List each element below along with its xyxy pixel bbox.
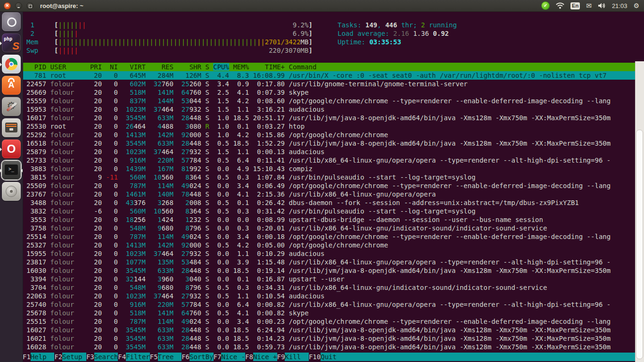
window-title: root@aspire: ~ [40,2,83,9]
launcher-item-phpstorm[interactable]: phpS [0,33,23,54]
process-row[interactable]: 16027 folour 20 0 3545M 633M 28448 S 0.0… [23,326,636,334]
wifi-icon[interactable] [556,2,564,9]
fkey-label-F2[interactable]: Setup [62,353,86,361]
top-panel: root@aspire: ~ ✓ En ✉ 21:03 ⚙ [0,0,644,12]
desktop: root@aspire: ~ ✓ En ✉ 21:03 ⚙ [0,0,644,362]
fkey-F7[interactable]: F7 [214,353,222,361]
launcher-item-settings[interactable]: ⚙ [0,96,23,117]
fkey-label-F3[interactable]: Search [94,353,118,361]
indicator-area: ✓ En ✉ 21:03 ⚙ [541,1,639,10]
window-controls [4,2,33,9]
process-row[interactable]: 3394 folour 20 0 32144 3960 3040 S 0.0 0… [23,275,636,283]
launcher-item-archive[interactable] [0,117,23,139]
software-center-icon: A [2,76,21,95]
mail-icon[interactable]: ✉ [586,2,592,9]
disks-icon [2,182,21,201]
ubuntu-dash-icon [2,12,21,31]
fkey-label-F8[interactable]: Nice + [253,353,277,361]
cpu1-meter: 1 [|||||||9.2%] [26,21,313,29]
running-indicator [0,63,2,66]
fkey-label-F1[interactable]: Help [31,353,55,361]
launcher-item-disks[interactable] [0,181,23,202]
process-row[interactable]: 23767 folour 20 0 1461M 140M 78448 S 0.0… [23,190,636,198]
phpstorm-icon: phpS [2,33,21,52]
close-button[interactable] [4,2,11,9]
process-row[interactable]: 23817 folour 20 0 1077M 135M 53484 S 0.0… [23,258,636,266]
process-row[interactable]: 25740 folour 20 0 916M 220M 57784 S 0.0 … [23,300,636,309]
process-row[interactable]: 22457 folour 20 0 602M 32760 25260 S 3.4… [23,80,636,88]
cpu2-meter: 2 [|||||6.9%] [26,29,313,38]
launcher-item-dash[interactable] [0,11,23,33]
fkey-F4[interactable]: F4 [118,353,126,361]
process-row[interactable]: 25678 folour 20 0 518M 141M 64760 S 0.5 … [23,309,636,317]
process-row[interactable]: 25879 folour 20 0 1023M 37464 27932 S 1.… [23,148,636,156]
launcher-item-usc[interactable]: A [0,75,23,96]
skype-online-icon[interactable]: ✓ [541,1,550,10]
session-gear-icon[interactable]: ⚙ [633,2,639,9]
htop-meters: 1 [|||||||9.2%] 2 [|||||6.9%]Mem [||||||… [26,21,313,55]
terminal-icon: >_ [2,161,21,180]
process-row[interactable]: 3883 folour 20 0 1439M 167M 81992 S 0.0 … [23,165,636,173]
fkey-label-F5[interactable]: Tree [158,353,182,361]
fkey-bar-filler [345,353,636,361]
maximize-button[interactable] [26,2,33,9]
process-row[interactable]: 16518 folour 20 0 3545M 633M 28448 S 0.5… [23,139,636,148]
process-row[interactable]: 3815 folour 9 -11 560M 10560 8364 S 0.5 … [23,173,636,181]
keyboard-layout-indicator[interactable]: En [570,2,580,9]
launcher-item-chrome[interactable] [0,54,23,75]
process-row[interactable]: 16028 folour 20 0 3545M 633M 28448 S 0.0… [23,343,636,351]
process-row[interactable]: 25509 folour 20 0 787M 114M 49024 S 0.0 … [23,181,636,190]
terminal-scrollbar[interactable] [635,61,644,362]
running-indicator [0,41,2,45]
fkey-F2[interactable]: F2 [54,353,62,361]
opera-icon: O [2,140,21,158]
htop-app: 1 [|||||||9.2%] 2 [|||||6.9%]Mem [||||||… [23,11,636,362]
chrome-icon [2,55,21,74]
clock[interactable]: 21:03 [612,2,627,9]
htop-stats: Tasks: 149, 446 thr; 2 runningLoad avera… [338,21,457,46]
fkey-label-F6[interactable]: SortBy [190,353,214,361]
process-table-header[interactable]: PID USER PRI NI VIRT RES SHR S CPU% MEM%… [23,63,636,71]
fkey-F9[interactable]: F9 [277,353,285,361]
process-row[interactable]: 3832 folour -6 0 560M 10560 8364 S 0.5 0… [23,207,636,215]
fkey-label-F7[interactable]: Nice - [221,353,245,361]
process-row[interactable]: 25515 folour 20 0 787M 114M 49024 S 0.0 … [23,317,636,326]
terminal-window: 1 [|||||||9.2%] 2 [|||||6.9%]Mem [||||||… [23,11,644,362]
fkey-label-F9[interactable]: Kill [285,353,309,361]
process-row[interactable]: 3758 folour 20 0 548M 9680 8796 S 0.0 0.… [23,224,636,232]
process-row[interactable]: 25530 root 20 0 26464 4488 3080 R 1.0 0.… [23,122,636,131]
launcher-item-terminal[interactable]: >_ [0,160,23,181]
fkey-F1[interactable]: F1 [23,353,31,361]
process-row[interactable]: 25292 folour 20 0 1413M 142M 92000 S 1.0… [23,131,636,139]
process-row[interactable]: 15955 folour 20 0 1023M 37464 27932 S 0.… [23,249,636,258]
focused-indicator [21,169,23,173]
tasks-line: Tasks: 149, 446 thr; 2 running [338,21,457,29]
process-row[interactable]: 25514 folour 20 0 787M 114M 49024 S 0.0 … [23,232,636,241]
fkey-label-F4[interactable]: Filter [126,353,150,361]
process-row[interactable]: 3704 folour 20 0 548M 9680 8796 S 0.5 0.… [23,283,636,292]
process-row[interactable]: 25327 folour 20 0 1413M 142M 92000 S 0.5… [23,241,636,249]
volume-icon[interactable] [598,2,606,9]
function-key-bar: F1Help F2Setup F3SearchF4FilterF5Tree F6… [23,353,636,361]
process-row[interactable]: 25559 folour 20 0 837M 144M 53044 S 1.5 … [23,97,636,105]
process-row[interactable]: 22063 folour 20 0 1023M 37464 27932 S 0.… [23,292,636,300]
process-row[interactable]: 25669 folour 20 0 518M 141M 64760 S 2.5 … [23,88,636,97]
fkey-F8[interactable]: F8 [245,353,253,361]
process-row[interactable]: 16021 folour 20 0 3545M 633M 28448 S 0.0… [23,334,636,343]
fkey-F5[interactable]: F5 [150,353,158,361]
launcher-item-opera[interactable]: O [0,139,23,160]
scrollbar-thumb[interactable] [636,130,643,359]
running-indicator [0,148,2,151]
minimize-button[interactable] [15,2,22,9]
process-row[interactable]: 16017 folour 20 0 3545M 633M 28448 S 1.0… [23,114,636,122]
process-row[interactable]: 15953 folour 20 0 1023M 37464 27932 S 1.… [23,105,636,114]
process-row[interactable]: 3553 folour 20 0 18256 1424 1232 S 0.0 0… [23,215,636,224]
fkey-F6[interactable]: F6 [182,353,190,361]
process-row[interactable]: 3488 folour 20 0 43376 3268 2008 S 0.5 0… [23,198,636,207]
fkey-label-F10[interactable]: Quit [321,353,345,361]
fkey-F10[interactable]: F10 [309,353,321,361]
process-row[interactable]: 25733 folour 20 0 916M 220M 57784 S 0.5 … [23,156,636,165]
process-row[interactable]: 781 root 20 0 645M 284M 126M S 4.4 8.3 1… [23,71,636,80]
process-row[interactable]: 16030 folour 20 0 3545M 633M 28448 S 0.0… [23,266,636,275]
fkey-F3[interactable]: F3 [86,353,94,361]
